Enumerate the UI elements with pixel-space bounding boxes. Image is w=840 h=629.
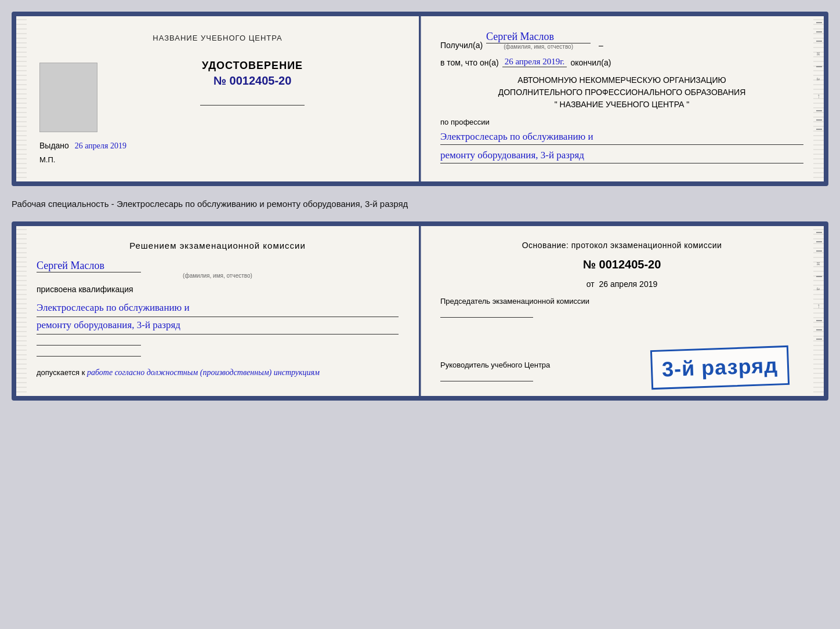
vydano-date: 26 апреля 2019 <box>75 141 126 150</box>
vydano-line: Выдано 26 апреля 2019 <box>39 141 396 151</box>
dash-1: – <box>599 41 603 50</box>
document-1: НАЗВАНИЕ УЧЕБНОГО ЦЕНТРА УДОСТОВЕРЕНИЕ №… <box>12 12 828 186</box>
org-block: АВТОНОМНУЮ НЕКОММЕРЧЕСКУЮ ОРГАНИЗАЦИЮ ДО… <box>440 74 803 111</box>
fio-sub-1: (фамилия, имя, отчество) <box>486 43 591 50</box>
kvalf-block: Электрослесарь по обслуживанию и ремонту… <box>37 300 399 335</box>
fio-handwritten-2: Сергей Маслов <box>37 260 141 272</box>
number-label: № <box>213 74 226 87</box>
doc1-right-panel: Получил(а) Сергей Маслов (фамилия, имя, … <box>420 16 824 181</box>
osnovanie-title: Основание: протокол экзаменационной коми… <box>440 241 803 250</box>
org-line1: АВТОНОМНУЮ НЕКОММЕРЧЕСКУЮ ОРГАНИЗАЦИЮ <box>440 74 803 86</box>
mp-label: М.П. <box>39 155 396 164</box>
udostoverenie-block: УДОСТОВЕРЕНИЕ № 0012405-20 <box>109 60 396 106</box>
poluchil-label: Получил(а) <box>440 41 483 50</box>
photo-placeholder <box>39 63 97 132</box>
proto-num-label: № <box>583 258 596 271</box>
dopuskaetsya-label: допускается к <box>37 368 85 377</box>
udostoverenie-num-value: 0012405-20 <box>230 74 292 87</box>
org-line3: " НАЗВАНИЕ УЧЕБНОГО ЦЕНТРА " <box>440 99 803 111</box>
udostoverenie-number: № 0012405-20 <box>213 74 292 88</box>
ot-date-value: 26 апреля 2019 <box>599 279 658 289</box>
rukovoditel-sig-line <box>440 381 533 381</box>
proto-num-value: 0012405-20 <box>599 258 661 271</box>
signature-line-1 <box>37 345 141 346</box>
protocol-number: № 0012405-20 <box>440 258 803 271</box>
prof-line2: ремонту оборудования, 3-й разряд <box>440 147 803 163</box>
prof-line1: Электрослесарь по обслуживанию и <box>440 129 803 145</box>
signature-line-2 <box>37 356 141 357</box>
fio-block-2: Сергей Маслов (фамилия, имя, отчество) <box>37 260 399 279</box>
vtom-date: 26 апреля 2019г. <box>502 57 567 67</box>
document-2: Решением экзаменационной комиссии Сергей… <box>12 221 828 401</box>
kvalf-line2: ремонту оборудования, 3-й разряд <box>37 317 399 335</box>
vtom-row: в том, что он(а) 26 апреля 2019г. окончи… <box>440 57 803 67</box>
center-title-1: НАЗВАНИЕ УЧЕБНОГО ЦЕНТРА <box>153 34 282 42</box>
po-professii-block: по профессии Электрослесарь по обслужива… <box>440 118 803 163</box>
stamp-text: 3-й разряд <box>661 354 778 382</box>
between-label: Рабочая специальность - Электрослесарь п… <box>12 197 828 211</box>
org-line2: ДОПОЛНИТЕЛЬНОГО ПРОФЕССИОНАЛЬНОГО ОБРАЗО… <box>440 86 803 99</box>
okonchil-label: окончил(а) <box>570 58 611 67</box>
dopuskaetsya-block: допускается к работе согласно должностны… <box>37 368 399 377</box>
dopusk-text: работе согласно должностным (производств… <box>87 368 320 377</box>
poluchil-row: Получил(а) Сергей Маслов (фамилия, имя, … <box>440 31 803 50</box>
doc1-left-panel: НАЗВАНИЕ УЧЕБНОГО ЦЕНТРА УДОСТОВЕРЕНИЕ №… <box>16 16 420 181</box>
kvalf-line1: Электрослесарь по обслуживанию и <box>37 300 399 317</box>
resheniem-title: Решением экзаменационной комиссии <box>37 241 399 250</box>
prisvoena-label: присвоена квалификация <box>37 285 399 294</box>
stamp: 3-й разряд <box>650 346 790 390</box>
predsedatel-sig-line <box>440 317 533 318</box>
ot-label: от <box>586 279 595 289</box>
doc2-left-panel: Решением экзаменационной комиссии Сергей… <box>16 226 420 396</box>
predsedatel-label: Председатель экзаменационной комиссии <box>440 297 803 306</box>
fio-handwritten: Сергей Маслов <box>486 31 591 43</box>
vtom-label: в том, что он(а) <box>440 58 499 67</box>
fio-sub-2: (фамилия, имя, отчество) <box>37 272 399 279</box>
udostoverenie-title: УДОСТОВЕРЕНИЕ <box>202 60 303 72</box>
vydano-label: Выдано <box>39 141 69 150</box>
doc2-right-panel: Основание: протокол экзаменационной коми… <box>420 226 824 396</box>
po-professii-label: по профессии <box>440 118 803 126</box>
page-wrapper: НАЗВАНИЕ УЧЕБНОГО ЦЕНТРА УДОСТОВЕРЕНИЕ №… <box>12 12 828 401</box>
ot-date-row: от 26 апреля 2019 <box>440 279 803 289</box>
